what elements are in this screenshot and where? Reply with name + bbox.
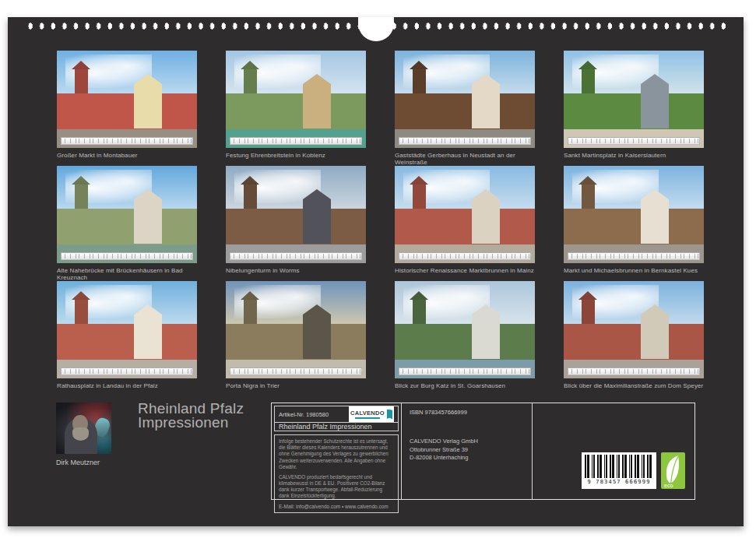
photo-caption: Rathausplatz in Landau in der Pfalz: [57, 382, 197, 389]
mini-calendar-strip: [399, 252, 530, 260]
calendar-cover-cell: Nibelungenturm in Worms: [226, 166, 366, 276]
photo-caption: Porta Nigra in Trier: [226, 382, 366, 389]
tower-roof-shape: [578, 61, 597, 69]
photo-caption: Großer Markt in Montabauer: [57, 152, 197, 159]
gable-roof-shape: [134, 189, 162, 199]
legal-paragraph-2: CALVENDO produziert bedarfsgerecht und k…: [279, 474, 394, 500]
calendar-cover-cell: Alte Nahebrücke mit Brückenhäusern in Ba…: [57, 166, 197, 276]
calendar-cover-cell: Blick über die Maximilianstraße zum Dom …: [564, 281, 704, 391]
buildings-band: [395, 209, 535, 244]
buildings-band: [564, 93, 704, 129]
calendar-title: Rheinland Pfalz Impressionen: [138, 402, 244, 430]
calendar-cover-cell: Blick zur Burg Katz in St. Goarshausen: [395, 281, 535, 391]
building-shape: [134, 315, 162, 360]
tower-roof-shape: [578, 176, 597, 185]
tower-roof-shape: [241, 176, 259, 185]
calendar-back-sheet: Großer Markt in Montabauer Festung Ehren…: [8, 17, 744, 526]
eco-logo: eco: [661, 452, 685, 489]
calendar-cover-thumbnail: [57, 51, 197, 148]
tower-roof-shape: [72, 61, 90, 69]
photo-caption: Blick über die Maximilianstraße zum Dom …: [564, 382, 704, 389]
photo-caption: Blick zur Burg Katz in St. Goarshausen: [395, 382, 535, 389]
article-number: Artikel-Nr. 1980580: [279, 411, 329, 418]
legal-paragraph-1: Infolge bestehender Schutzrechte ist es …: [279, 438, 394, 470]
calvendo-wordmark: CALVENDO: [350, 410, 385, 417]
buildings-band: [564, 324, 704, 360]
address-line-3: D-82008 Unterhaching: [410, 454, 524, 462]
article-number-row: Artikel-Nr. 1980580 CALVENDO: [274, 406, 399, 423]
calendar-cover-cell: Markt und Michaelsbrunnen in Bernkastel …: [564, 166, 704, 276]
mini-calendar-strip: [230, 252, 361, 260]
building-shape: [641, 315, 669, 360]
address-line-1: CALVENDO Verlag GmbH: [410, 438, 524, 446]
calendar-cover-thumbnail: [564, 51, 704, 148]
tower-roof-shape: [241, 291, 259, 300]
author-name: Dirk Meutzner: [56, 459, 100, 466]
calendar-cover-thumbnail: [226, 281, 366, 378]
buildings-band: [226, 93, 366, 129]
buildings-band: [57, 324, 197, 360]
calvendo-logo-text: CALVENDO: [350, 410, 385, 419]
mini-calendar-strip: [568, 367, 699, 375]
mini-calendar-strip: [399, 367, 530, 375]
photo-caption: Historischer Renaissance Marktbrunnen in…: [395, 267, 535, 274]
eco-label: eco: [664, 483, 673, 488]
building-shape: [303, 315, 331, 360]
publisher-address: CALVENDO Verlag GmbH Ottobrunner Straße …: [410, 438, 524, 462]
address-line-2: Ottobrunner Straße 39: [410, 446, 524, 455]
calendar-cover-thumbnail: [395, 281, 535, 378]
article-column: Artikel-Nr. 1980580 CALVENDO Rheinland P…: [272, 403, 402, 499]
mini-calendar-strip: [568, 137, 699, 145]
tower-roof-shape: [410, 61, 428, 69]
tower-roof-shape: [241, 61, 259, 69]
photo-caption: Alte Nahebrücke mit Brückenhäusern in Ba…: [57, 267, 197, 281]
buildings-band: [395, 324, 535, 360]
barcode-bars: [585, 455, 653, 478]
mini-calendar-strip: [61, 252, 192, 260]
calendar-cover-thumbnail: [57, 166, 197, 263]
mini-calendar-strip: [399, 137, 530, 145]
gable-roof-shape: [134, 74, 162, 84]
gable-roof-shape: [641, 189, 669, 199]
building-shape: [641, 199, 669, 244]
tower-roof-shape: [72, 176, 90, 185]
calendar-cover-cell: Festung Ehrenbreitstein in Koblenz: [226, 51, 366, 160]
mini-calendar-strip: [61, 137, 192, 145]
buildings-band: [57, 209, 197, 244]
calendar-cover-thumbnail: [395, 51, 535, 148]
calvendo-logo: CALVENDO: [349, 406, 394, 422]
photo-caption: Sankt Martinsplatz in Kaiserslautern: [564, 152, 704, 159]
calvendo-tagline-bar: [355, 417, 380, 419]
gable-roof-shape: [641, 74, 669, 84]
hanging-hole-notch: [358, 17, 394, 41]
gable-roof-shape: [472, 74, 500, 84]
calendar-cover-cell: Rathausplatz in Landau in der Pfalz: [57, 281, 197, 391]
author-beard: [72, 427, 89, 441]
tower-roof-shape: [72, 291, 90, 300]
building-shape: [472, 84, 500, 129]
photo-caption: Nibelungenturm in Worms: [226, 267, 366, 274]
buildings-band: [395, 93, 535, 129]
calendar-cover-thumbnail: [57, 281, 197, 378]
building-shape: [303, 199, 331, 244]
isbn-number: ISBN 9783457666999: [410, 409, 524, 416]
mini-calendar-strip: [568, 252, 699, 260]
buildings-band: [226, 209, 366, 244]
publisher-info-box: Artikel-Nr. 1980580 CALVENDO Rheinland P…: [271, 403, 695, 500]
calendar-cover-cell: Sankt Martinsplatz in Kaiserslautern: [564, 51, 704, 160]
buildings-band: [57, 93, 197, 129]
calendar-title-small: Rheinland Pfalz Impressionen: [274, 423, 399, 431]
mini-calendar-strip: [61, 367, 192, 375]
calendar-cover-thumbnail: [226, 166, 366, 263]
calendar-cover-thumbnail: [395, 166, 535, 263]
building-shape: [472, 315, 500, 360]
calendar-cover-thumbnail: [564, 281, 704, 378]
mini-calendar-strip: [230, 137, 361, 145]
gable-roof-shape: [134, 304, 162, 315]
calendar-cover-cell: Gaststädte Gerberhaus in Neustadt an der…: [395, 51, 535, 160]
barcode-digits: 9 783457 666999: [585, 479, 653, 485]
tower-roof-shape: [410, 176, 428, 185]
thumbnail-grid: Großer Markt in Montabauer Festung Ehren…: [57, 51, 704, 391]
building-shape: [641, 84, 669, 129]
calendar-cover-thumbnail: [226, 51, 366, 148]
